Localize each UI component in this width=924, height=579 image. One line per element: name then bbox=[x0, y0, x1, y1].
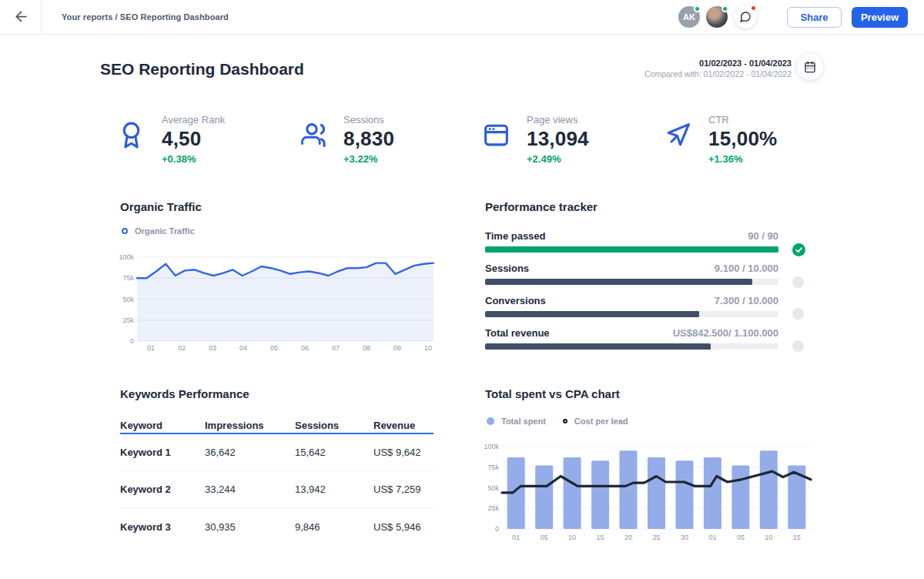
tracker-row: Conversions 7.300 / 10.000 bbox=[485, 295, 778, 323]
svg-text:100k: 100k bbox=[119, 253, 134, 261]
kpi-label: CTR bbox=[708, 114, 777, 126]
section-title: Organic Traffic bbox=[120, 200, 202, 213]
table-header-row: Keyword Impressions Sessions Revenue bbox=[120, 420, 434, 434]
cell-revenue: US$ 7,259 bbox=[373, 484, 434, 495]
svg-text:01: 01 bbox=[147, 344, 155, 352]
svg-text:05: 05 bbox=[541, 534, 548, 541]
cell-impressions: 33,244 bbox=[205, 484, 295, 495]
section-title: Keywords Performance bbox=[120, 387, 249, 400]
date-compared-with: Compared with: 01/02/2022 - 01/04/2022 bbox=[644, 69, 792, 79]
svg-text:10: 10 bbox=[765, 534, 772, 541]
status-pending-icon bbox=[792, 276, 805, 289]
svg-text:0: 0 bbox=[495, 525, 499, 533]
column-header[interactable]: Sessions bbox=[295, 420, 373, 431]
svg-text:03: 03 bbox=[209, 344, 216, 352]
tracker-row: Total revenue US$842.500/ 1.100.000 bbox=[485, 327, 778, 355]
keywords-performance-section: Keywords Performance Keyword Impressions… bbox=[120, 383, 434, 575]
legend-cost-per-lead: Cost per lead bbox=[563, 417, 628, 426]
tracker-label: Conversions bbox=[485, 295, 546, 306]
progress-track bbox=[485, 311, 778, 317]
users-icon bbox=[299, 121, 327, 165]
svg-text:10: 10 bbox=[424, 344, 432, 352]
award-icon bbox=[117, 121, 146, 165]
kpi-label: Sessions bbox=[343, 114, 394, 126]
progress-track bbox=[485, 246, 778, 253]
table-row: Keyword 3 30,935 9,846 US$ 5,946 bbox=[120, 508, 434, 545]
chat-bubble-icon bbox=[739, 11, 752, 23]
svg-text:25k: 25k bbox=[122, 316, 134, 324]
cell-revenue: US$ 9,642 bbox=[373, 447, 434, 458]
svg-text:50k: 50k bbox=[487, 484, 499, 492]
legend-ring-icon bbox=[122, 228, 128, 234]
online-dot bbox=[694, 5, 701, 12]
topbar-divider bbox=[41, 0, 42, 34]
comments-button[interactable] bbox=[734, 5, 757, 28]
legend-label: Cost per lead bbox=[574, 417, 628, 426]
column-header[interactable]: Impressions bbox=[205, 420, 295, 431]
svg-text:08: 08 bbox=[363, 344, 370, 352]
legend-ring-icon bbox=[563, 419, 567, 423]
tracker-row: Sessions 9.100 / 10.000 bbox=[485, 263, 778, 290]
cell-impressions: 30,935 bbox=[205, 521, 295, 533]
tracker-value: 7.300 / 10.000 bbox=[715, 295, 778, 306]
kpi-value: 13,094 bbox=[527, 127, 589, 151]
progress-fill bbox=[485, 311, 699, 317]
svg-text:02: 02 bbox=[178, 344, 186, 352]
share-button[interactable]: Share bbox=[787, 7, 842, 28]
organic-traffic-legend: Organic Traffic bbox=[122, 226, 195, 236]
browser-icon bbox=[482, 121, 511, 165]
svg-text:0: 0 bbox=[130, 337, 134, 345]
tracker-value: US$842.500/ 1.100.000 bbox=[673, 327, 778, 339]
avatar-ak[interactable]: AK bbox=[678, 6, 700, 28]
keywords-table: Keyword Impressions Sessions Revenue Key… bbox=[120, 420, 434, 545]
cell-sessions: 9,846 bbox=[295, 521, 373, 533]
svg-text:04: 04 bbox=[239, 344, 247, 352]
tracker-label: Sessions bbox=[485, 263, 529, 274]
progress-track bbox=[485, 279, 778, 285]
kpi-value: 4,50 bbox=[162, 127, 225, 151]
tracker-value: 9.100 / 10.000 bbox=[715, 263, 778, 274]
cursor-icon bbox=[664, 121, 692, 165]
performance-tracker-section: Performance tracker Time passed 90 / 90 … bbox=[485, 196, 778, 381]
total-spent-vs-cpa-chart: 025k50k75k100k0105101520253001051015 bbox=[482, 440, 816, 545]
calendar-button[interactable] bbox=[797, 54, 823, 80]
status-pending-icon bbox=[792, 340, 805, 353]
organic-traffic-section: Organic Traffic Organic Traffic 025k50k7… bbox=[120, 196, 437, 381]
kpi-ctr: CTR 15,00% +1.36% bbox=[664, 114, 777, 165]
date-range-block: 01/02/2023 - 01/04/2023 Compared with: 0… bbox=[644, 59, 792, 79]
cell-keyword: Keyword 2 bbox=[120, 484, 205, 495]
kpi-value: 8,830 bbox=[343, 127, 394, 151]
progress-fill bbox=[485, 279, 752, 285]
kpi-average-rank: Average Rank 4,50 +0.38% bbox=[117, 114, 225, 165]
svg-text:100k: 100k bbox=[484, 443, 499, 450]
svg-text:50k: 50k bbox=[122, 296, 134, 303]
tracker-label: Total revenue bbox=[485, 327, 550, 339]
svg-text:01: 01 bbox=[512, 534, 520, 541]
svg-text:05: 05 bbox=[737, 534, 745, 541]
back-button[interactable] bbox=[9, 6, 32, 29]
section-title: Performance tracker bbox=[485, 200, 598, 213]
calendar-icon bbox=[804, 61, 816, 73]
column-header[interactable]: Revenue bbox=[373, 420, 434, 431]
preview-button[interactable]: Preview bbox=[852, 7, 908, 28]
cell-impressions: 36,642 bbox=[205, 447, 295, 458]
status-check-icon bbox=[792, 243, 805, 256]
cell-keyword: Keyword 1 bbox=[120, 447, 205, 458]
progress-track bbox=[485, 343, 778, 350]
cell-sessions: 13,942 bbox=[295, 484, 373, 495]
tracker-label: Time passed bbox=[485, 230, 546, 242]
online-dot bbox=[721, 5, 728, 12]
svg-text:30: 30 bbox=[681, 534, 688, 541]
progress-fill bbox=[485, 246, 778, 253]
total-spent-vs-cpa-section: Total spent vs CPA chart Total spent Cos… bbox=[485, 383, 818, 575]
kpi-value: 15,00% bbox=[708, 127, 777, 151]
legend-total-spent: Total spent bbox=[487, 417, 546, 426]
column-header[interactable]: Keyword bbox=[120, 420, 205, 431]
tracker-row: Time passed 90 / 90 bbox=[485, 230, 778, 258]
svg-text:15: 15 bbox=[793, 534, 801, 541]
legend-dot-icon bbox=[487, 417, 494, 425]
kpi-delta: +2.49% bbox=[527, 153, 589, 165]
breadcrumb[interactable]: Your reports / SEO Reporting Dashboard bbox=[62, 0, 229, 34]
kpi-delta: +0.38% bbox=[162, 153, 225, 165]
avatar-photo[interactable] bbox=[706, 6, 728, 28]
